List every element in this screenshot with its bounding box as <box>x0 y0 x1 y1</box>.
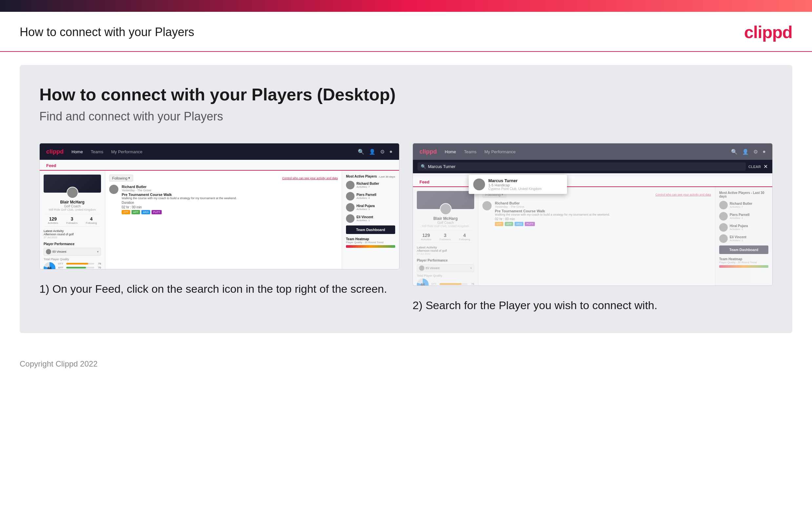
nav-teams-2[interactable]: Teams <box>464 149 477 154</box>
act-desc: Walking the course with my coach to buil… <box>122 197 237 200</box>
player-acts-4: Activities: 1 <box>356 219 373 222</box>
following-count: 4 <box>86 216 97 221</box>
stat-activities-2: 129 Activities <box>421 233 432 241</box>
player-performance-section: Player Performance Eli Vincent ▾ Total P… <box>44 242 101 269</box>
player-item-r2: Piers Parnell Activities: 4 <box>719 212 768 220</box>
following-label: Following <box>86 221 97 224</box>
heatmap-subtitle: Player Quality - 20 Round Trend <box>346 241 395 244</box>
clippd-logo: clippd <box>744 22 792 42</box>
feed-tab-label-2[interactable]: Feed <box>420 179 429 186</box>
latest-label: Latest Activity <box>44 229 101 233</box>
act-duration-label: Duration <box>122 201 237 205</box>
quality-label-2: Total Player Quality <box>417 274 474 277</box>
nav-icons-2: 🔍 👤 ⚙ ● <box>731 149 766 155</box>
tag-app-2: APP <box>505 222 513 226</box>
activity-item: Richard Butler Yesterday - The Grove Pre… <box>109 185 338 214</box>
app-nav-1: clippd Home Teams My Performance 🔍 👤 ⚙ ● <box>40 143 399 160</box>
nav-home-2[interactable]: Home <box>445 149 456 154</box>
clear-button[interactable]: CLEAR <box>748 165 761 169</box>
player-info-r1: Richard Butler Activities: 7 <box>730 202 752 208</box>
copyright-text: Copyright Clippd 2022 <box>20 359 97 368</box>
nav-item-my-performance[interactable]: My Performance <box>111 149 142 154</box>
nav-item-teams[interactable]: Teams <box>91 149 103 154</box>
result-name: Marcus Turner <box>488 178 541 183</box>
settings-icon[interactable]: ⚙ <box>380 149 385 155</box>
feed-tab-label-1[interactable]: Feed <box>46 163 56 170</box>
screenshot-2-wrapper: clippd Home Teams My Performance 🔍 👤 ⚙ ●… <box>413 143 773 313</box>
player-item-4: Eli Vincent Activities: 1 <box>346 214 395 223</box>
latest-activity-2: Latest Activity Afternoon round of golf … <box>417 246 474 255</box>
nav-icons: 🔍 👤 ⚙ ● <box>358 149 392 155</box>
bar-ott-fill-2 <box>439 283 462 285</box>
result-handicap: 1-5 Handicap <box>488 183 541 187</box>
screenshot-1-wrapper: clippd Home Teams My Performance 🔍 👤 ⚙ ●… <box>39 143 399 313</box>
player-acts-r1: Activities: 7 <box>730 205 752 208</box>
following-label-2: Following <box>459 238 470 241</box>
bar-ott-val-2: 79 <box>468 283 474 286</box>
following-btn-label: Following <box>112 176 127 180</box>
team-heatmap-section: Team Heatmap Player Quality - 20 Round T… <box>346 237 395 248</box>
act-user-name-2: Richard Butler <box>495 201 610 205</box>
search-icon-2[interactable]: 🔍 <box>731 149 737 155</box>
app-screenshot-2: clippd Home Teams My Performance 🔍 👤 ⚙ ●… <box>413 143 773 286</box>
page-title: How to connect with your Players <box>20 25 194 39</box>
activity-tags: OTT APP ARG PUTT <box>122 210 237 214</box>
page-header: How to connect with your Players clippd <box>0 12 812 52</box>
activities-count: 129 <box>48 216 58 221</box>
player-info-1: Richard Butler Activities: 7 <box>356 182 379 188</box>
heatmap-title-2: Team Heatmap <box>719 257 768 261</box>
duration-label-text: Duration <box>122 201 134 205</box>
player-name-1: Richard Butler <box>356 182 379 185</box>
team-dashboard-btn-2[interactable]: Team Dashboard <box>719 246 768 254</box>
bar-app-label: APP <box>58 266 65 269</box>
player-item-r4: Eli Vincent Activities: 1 <box>719 234 768 243</box>
player-name-4: Eli Vincent <box>356 215 373 219</box>
player-acts-r4: Activities: 1 <box>730 239 747 242</box>
player-name-3: Hiral Pujara <box>356 204 375 208</box>
app-body-1: Blair McHarg Golf Coach Mill Ride Golf C… <box>40 171 399 269</box>
profile-name: Blair McHarg <box>44 200 101 205</box>
following-count-2: 4 <box>459 233 470 238</box>
player-name-2: Piers Parnell <box>356 193 377 197</box>
player-info-3: Hiral Pujara Activities: 3 <box>356 204 375 211</box>
pp-player-select-2: Eli Vincent ▾ <box>417 264 474 272</box>
profile-banner-2 <box>417 191 474 209</box>
search-result-dropdown[interactable]: Marcus Turner 1-5 Handicap Cypress Point… <box>469 175 567 194</box>
player-thumb-r1 <box>719 201 728 209</box>
player-name-r2: Piers Parnell <box>730 213 750 217</box>
avatar-icon-2[interactable]: ● <box>762 149 766 155</box>
avatar-icon[interactable]: ● <box>389 149 392 155</box>
team-dashboard-btn-1[interactable]: Team Dashboard <box>346 225 395 234</box>
bar-ott-label: OTT <box>58 262 65 265</box>
following-header: Following ▾ Control who can see your act… <box>109 175 338 181</box>
activity-text: Afternoon round of golf <box>44 233 101 236</box>
nav-item-home[interactable]: Home <box>71 149 83 154</box>
player-acts-1: Activities: 7 <box>356 185 379 188</box>
bar-ott-val: 79 <box>95 262 101 265</box>
person-icon[interactable]: 👤 <box>369 149 376 155</box>
close-search-button[interactable]: ✕ <box>763 163 768 170</box>
app-body-2: Blair McHarg Golf Coach Mill Ride Golf C… <box>413 187 772 286</box>
following-arrow: ▾ <box>128 176 130 180</box>
most-active-title-2: Most Active Players - Last 30 days <box>719 191 768 198</box>
left-panel-2: Blair McHarg Golf Coach Mill Ride Golf C… <box>413 187 478 286</box>
nav-perf-2[interactable]: My Performance <box>484 149 516 154</box>
pp-player-select[interactable]: Eli Vincent ▾ <box>44 248 101 256</box>
bar-ott-track <box>66 263 94 264</box>
search-icon[interactable]: 🔍 <box>358 149 364 155</box>
person-icon-2[interactable]: 👤 <box>742 149 749 155</box>
search-input-text[interactable]: Marcus Turner <box>428 164 456 169</box>
following-btn[interactable]: Following ▾ <box>109 175 133 181</box>
settings-icon-2[interactable]: ⚙ <box>753 149 758 155</box>
control-link[interactable]: Control who can see your activity and da… <box>282 176 338 180</box>
tag-arg: ARG <box>141 210 150 214</box>
tag-app: APP <box>132 210 140 214</box>
bar-ott-track-2 <box>439 283 467 285</box>
search-bar-area: 🔍 Marcus Turner CLEAR ✕ <box>413 160 772 173</box>
tag-ott: OTT <box>122 210 130 214</box>
step-2-label: 2) Search for the Player you wish to con… <box>413 298 773 313</box>
profile-banner <box>44 175 101 193</box>
score-num-2: 84 <box>421 283 425 286</box>
main-subtitle: Find and connect with your Players <box>39 110 773 123</box>
player-name-r1: Richard Butler <box>730 202 752 205</box>
